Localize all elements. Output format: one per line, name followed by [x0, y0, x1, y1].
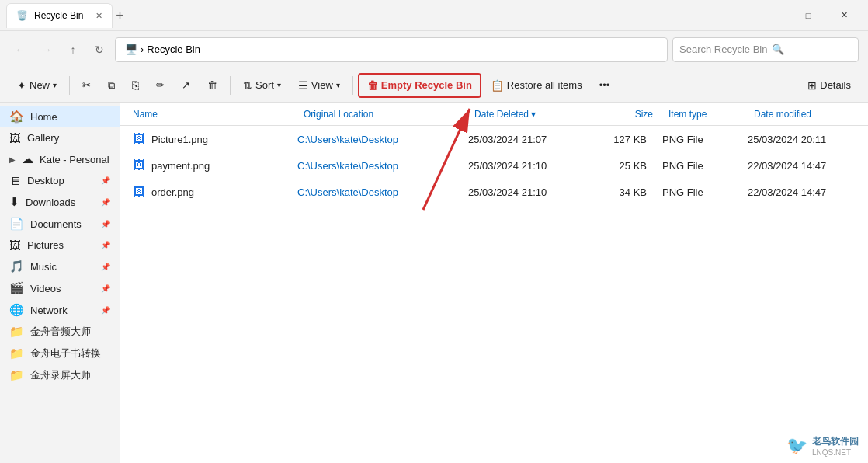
desktop-icon: 🖥: [9, 174, 21, 187]
new-tab-button[interactable]: +: [116, 9, 124, 23]
details-label: Details: [820, 79, 851, 91]
sidebar-item-label: Home: [30, 111, 57, 123]
new-button[interactable]: ✦ New ▾: [9, 73, 64, 98]
col-header-modified[interactable]: Date modified: [754, 109, 856, 120]
sidebar-item-label: Network: [30, 305, 68, 316]
col-header-date[interactable]: Date Deleted ▾: [474, 109, 606, 120]
tab-close-button[interactable]: ✕: [95, 11, 102, 21]
view-button[interactable]: ☰ View ▾: [290, 73, 348, 98]
restore-icon: 📋: [491, 79, 504, 92]
more-button[interactable]: •••: [592, 73, 618, 98]
file-modified-cell: 22/03/2024 14:47: [748, 160, 856, 172]
search-bar[interactable]: Search Recycle Bin 🔍: [672, 37, 859, 62]
breadcrumb[interactable]: 🖥️ › Recycle Bin: [115, 37, 668, 62]
sidebar-item-label: Pictures: [27, 239, 64, 251]
table-row[interactable]: 🖼 payment.png C:\Users\kate\Desktop 25/0…: [120, 152, 868, 179]
sidebar-item-label: Music: [30, 261, 57, 273]
sidebar-item-app1[interactable]: 📁 金舟音频大师: [0, 321, 120, 343]
details-icon: ⊞: [807, 79, 817, 92]
sidebar-item-app2[interactable]: 📁 金舟电子书转换: [0, 343, 120, 364]
view-chevron-icon: ▾: [336, 81, 340, 89]
up-button[interactable]: ↑: [62, 39, 84, 61]
cut-button[interactable]: ✂: [75, 73, 99, 98]
pin-icon: 📌: [101, 263, 110, 271]
watermark-bird-icon: 🐦: [786, 436, 807, 456]
videos-icon: 🎬: [9, 281, 24, 295]
back-button[interactable]: ←: [9, 39, 31, 61]
sidebar-item-gallery[interactable]: 🖼 Gallery: [0, 127, 120, 148]
window-controls: ─ □ ✕: [755, 3, 862, 28]
pin-icon: 📌: [101, 220, 110, 228]
network-icon: 🌐: [9, 303, 24, 317]
col-header-type[interactable]: Item type: [668, 109, 754, 120]
titlebar: 🗑️ Recycle Bin ✕ + ─ □ ✕: [0, 0, 868, 31]
file-icon: 🖼: [133, 185, 145, 199]
paste-icon: ⎘: [132, 78, 139, 92]
file-date-cell: 25/03/2024 21:07: [468, 134, 600, 145]
sidebar-item-home[interactable]: 🏠 Home: [0, 106, 120, 127]
folder-icon: 📁: [9, 346, 24, 360]
sidebar-item-desktop[interactable]: 🖥 Desktop 📌: [0, 170, 120, 191]
refresh-button[interactable]: ↻: [89, 39, 110, 61]
more-icon: •••: [599, 79, 610, 91]
sidebar-item-videos[interactable]: 🎬 Videos 📌: [0, 277, 120, 299]
delete-icon: 🗑: [207, 79, 217, 91]
file-name-cell: 🖼 payment.png: [133, 158, 297, 172]
file-size-cell: 34 KB: [600, 186, 662, 198]
breadcrumb-icon: 🖥️: [125, 44, 137, 55]
file-date-cell: 25/03/2024 21:10: [468, 160, 600, 172]
sidebar: 🏠 Home 🖼 Gallery ▶ ☁ Kate - Personal 🖥 D…: [0, 103, 120, 463]
tab-title: Recycle Bin: [34, 10, 83, 21]
sidebar-item-network[interactable]: 🌐 Network 📌: [0, 299, 120, 321]
file-location-cell: C:\Users\kate\Desktop: [297, 186, 468, 198]
pin-icon: 📌: [101, 241, 110, 249]
file-size-cell: 127 KB: [600, 134, 662, 145]
restore-all-button[interactable]: 📋 Restore all items: [483, 73, 590, 98]
sidebar-item-pictures[interactable]: 🖼 Pictures 📌: [0, 235, 120, 256]
col-header-size[interactable]: Size: [606, 109, 668, 120]
table-row[interactable]: 🖼 Picture1.png C:\Users\kate\Desktop 25/…: [120, 126, 868, 152]
sidebar-item-app3[interactable]: 📁 金舟录屏大师: [0, 364, 120, 386]
cloud-icon: ☁: [22, 152, 33, 166]
music-icon: 🎵: [9, 259, 24, 273]
paste-button[interactable]: ⎘: [124, 73, 147, 98]
sidebar-item-music[interactable]: 🎵 Music 📌: [0, 256, 120, 277]
rename-button[interactable]: ✏: [148, 73, 172, 98]
sidebar-item-label: Kate - Personal: [40, 154, 109, 165]
tab-icon: 🗑️: [16, 10, 28, 21]
file-location-cell: C:\Users\kate\Desktop: [297, 134, 468, 145]
share-button[interactable]: ↗: [174, 73, 198, 98]
sidebar-item-kate[interactable]: ▶ ☁ Kate - Personal: [0, 148, 120, 170]
close-button[interactable]: ✕: [826, 3, 862, 28]
toolbar-sep-3: [352, 76, 353, 95]
copy-button[interactable]: ⧉: [100, 73, 123, 98]
documents-icon: 📄: [9, 217, 24, 231]
table-row[interactable]: 🖼 order.png C:\Users\kate\Desktop 25/03/…: [120, 179, 868, 205]
main-layout: 🏠 Home 🖼 Gallery ▶ ☁ Kate - Personal 🖥 D…: [0, 103, 868, 463]
view-icon: ☰: [298, 79, 308, 92]
sidebar-item-downloads[interactable]: ⬇ Downloads 📌: [0, 191, 120, 213]
sort-button[interactable]: ⇅ Sort ▾: [235, 73, 289, 98]
search-icon[interactable]: 🔍: [772, 44, 784, 55]
maximize-button[interactable]: □: [790, 3, 826, 28]
forward-button[interactable]: →: [36, 39, 57, 61]
addressbar: ← → ↑ ↻ 🖥️ › Recycle Bin Search Recycle …: [0, 31, 868, 68]
file-name-cell: 🖼 Picture1.png: [133, 132, 297, 146]
browser-tab[interactable]: 🗑️ Recycle Bin ✕: [6, 3, 113, 28]
minimize-button[interactable]: ─: [755, 3, 790, 28]
pin-icon: 📌: [101, 198, 110, 207]
col-header-location[interactable]: Original Location: [304, 109, 474, 120]
file-type-cell: PNG File: [662, 186, 748, 198]
sidebar-item-label: 金舟音频大师: [30, 325, 91, 339]
sort-chevron-icon: ▾: [277, 81, 281, 89]
col-header-name[interactable]: Name: [133, 109, 304, 120]
sidebar-item-documents[interactable]: 📄 Documents 📌: [0, 213, 120, 235]
watermark-text: 老鸟软件园: [812, 435, 859, 448]
file-type-cell: PNG File: [662, 134, 748, 145]
folder-icon: 📁: [9, 325, 24, 339]
file-list: 🖼 Picture1.png C:\Users\kate\Desktop 25/…: [120, 126, 868, 463]
details-button[interactable]: ⊞ Details: [800, 73, 859, 98]
delete-button[interactable]: 🗑: [200, 73, 225, 98]
file-modified-cell: 25/03/2024 20:11: [748, 134, 856, 145]
empty-recycle-button[interactable]: 🗑 Empty Recycle Bin: [358, 73, 481, 98]
